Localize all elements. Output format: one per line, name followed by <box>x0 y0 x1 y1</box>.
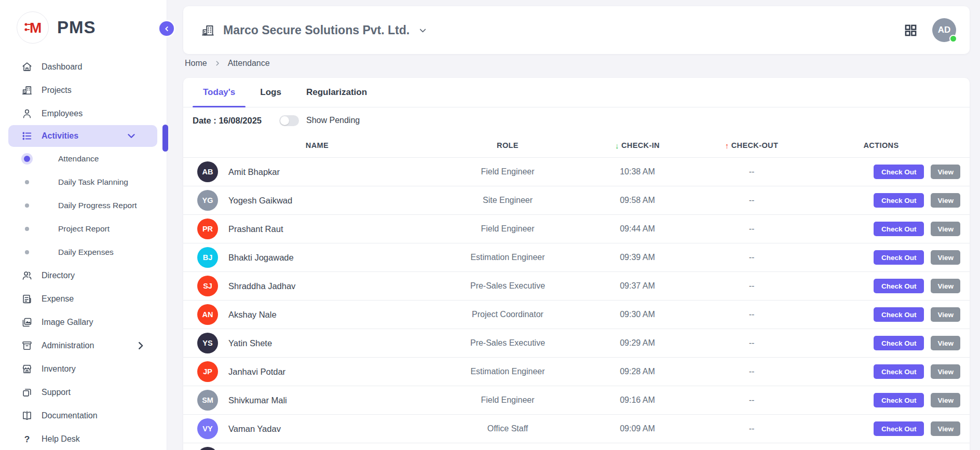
view-button[interactable]: View <box>931 279 960 293</box>
bullet-icon <box>25 227 29 231</box>
employee-role: Office Staff <box>443 424 573 433</box>
sidebar-item-project-report[interactable]: Project Report <box>0 217 167 240</box>
sidebar-item-help-desk[interactable]: ? Help Desk <box>0 427 167 450</box>
employee-role: Pre-Sales Executive <box>443 281 573 291</box>
sidebar-item-projects[interactable]: Projects <box>0 78 167 102</box>
check-in-time: 09:09 AM <box>573 424 702 433</box>
chevron-down-icon <box>125 130 138 142</box>
employee-role: Estimation Engineer <box>443 367 573 376</box>
sidebar-item-daily-progress-report[interactable]: Daily Progress Report <box>0 194 167 217</box>
sidebar-item-daily-task-planning[interactable]: Daily Task Planning <box>0 170 167 194</box>
sidebar-item-inventory[interactable]: Inventory <box>0 357 167 380</box>
view-button[interactable]: View <box>931 165 960 179</box>
sidebar-nav: Dashboard Projects Employees Activities … <box>0 55 167 450</box>
employee-role: Project Coordinator <box>443 310 573 319</box>
sidebar-item-documentation[interactable]: Documentation <box>0 404 167 427</box>
check-out-button[interactable]: Check Out <box>874 393 924 407</box>
table-row: AB Amit Bhapkar Field Engineer 10:38 AM … <box>183 157 970 186</box>
avatar: SJ <box>197 276 218 296</box>
view-button[interactable]: View <box>931 364 960 379</box>
bullet-icon <box>25 180 29 184</box>
avatar <box>197 447 218 450</box>
sort-arrow-icon: ↓ <box>615 141 619 150</box>
view-button[interactable]: View <box>931 393 960 407</box>
building-icon <box>201 23 215 37</box>
avatar: AN <box>197 304 218 325</box>
check-out-button[interactable]: Check Out <box>874 250 924 265</box>
view-button[interactable]: View <box>931 193 960 208</box>
show-pending-toggle[interactable] <box>279 115 299 126</box>
check-out-button[interactable]: Check Out <box>874 279 924 293</box>
sidebar-item-administration[interactable]: Administration <box>0 334 167 357</box>
column-header-name: NAME <box>192 141 443 149</box>
app-title: PMS <box>57 18 96 37</box>
table-row: PR Prashant Raut Field Engineer 09:44 AM… <box>183 214 970 243</box>
table-header: NAME ROLE ↓ CHECK-IN ↑ CHECK-OUT ACTIONS <box>183 133 970 157</box>
sidebar-collapse-button[interactable] <box>158 20 175 37</box>
sort-arrow-icon: ↑ <box>725 141 729 150</box>
column-header-check-in[interactable]: ↓ CHECK-IN <box>573 141 702 150</box>
sidebar-item-expense[interactable]: Expense <box>0 287 167 310</box>
avatar: SM <box>197 390 218 411</box>
toggle-knob <box>280 116 289 125</box>
table-row: YS Yatin Shete Pre-Sales Executive 09:29… <box>183 329 970 357</box>
apps-grid-icon[interactable] <box>904 23 918 37</box>
check-out-time: -- <box>702 224 801 234</box>
bullet-icon <box>25 250 29 254</box>
store-icon <box>21 363 33 375</box>
view-button[interactable]: View <box>931 222 960 236</box>
view-button[interactable]: View <box>931 307 960 322</box>
check-in-time: 09:44 AM <box>573 224 702 234</box>
sidebar-item-directory[interactable]: Directory <box>0 264 167 287</box>
filter-row: Date : 16/08/2025 Show Pending <box>183 107 970 133</box>
column-header-check-out[interactable]: ↑ CHECK-OUT <box>702 141 801 150</box>
employee-name: Yatin Shete <box>228 338 272 348</box>
company-selector[interactable]: Marco Secure Solutions Pvt. Ltd. <box>201 23 428 37</box>
sidebar-item-activities[interactable]: Activities <box>8 125 157 147</box>
copy-icon <box>21 386 33 399</box>
buildings-icon <box>21 84 33 97</box>
sidebar-item-support[interactable]: Support <box>0 380 167 404</box>
check-out-button[interactable]: Check Out <box>874 193 924 208</box>
sidebar-item-employees[interactable]: Employees <box>0 102 167 125</box>
check-out-button[interactable]: Check Out <box>874 421 924 436</box>
user-avatar[interactable]: AD <box>932 18 956 42</box>
check-out-time: -- <box>702 396 801 405</box>
table-row: YG Yogesh Gaikwad Site Engineer 09:58 AM… <box>183 186 970 214</box>
sidebar-item-attendance[interactable]: Attendance <box>0 147 167 170</box>
check-out-button[interactable]: Check Out <box>874 307 924 322</box>
tab-regularization[interactable]: Regularization <box>294 78 379 107</box>
employee-name: Bhakti Jogawade <box>228 253 294 263</box>
breadcrumb: Home Attendance <box>185 59 270 68</box>
view-button[interactable]: View <box>931 250 960 265</box>
check-out-button[interactable]: Check Out <box>874 364 924 379</box>
sidebar-item-daily-expenses[interactable]: Daily Expenses <box>0 240 167 264</box>
employee-role: Site Engineer <box>443 196 573 205</box>
list-icon <box>21 130 33 142</box>
app-logo[interactable]: M PMS <box>0 0 167 53</box>
breadcrumb-home[interactable]: Home <box>185 59 207 68</box>
sidebar-item-dashboard[interactable]: Dashboard <box>0 55 167 78</box>
date-label: Date : 16/08/2025 <box>193 116 262 126</box>
check-out-time: -- <box>702 310 801 319</box>
check-out-button[interactable]: Check Out <box>874 222 924 236</box>
view-button[interactable]: View <box>931 421 960 436</box>
tab-today-s[interactable]: Today's <box>190 78 248 107</box>
archive-icon <box>21 339 33 352</box>
check-out-button[interactable]: Check Out <box>874 165 924 179</box>
view-button[interactable]: View <box>931 336 960 350</box>
bullet-icon <box>24 156 30 162</box>
check-in-time: 09:29 AM <box>573 338 702 348</box>
receipt-icon <box>21 293 33 305</box>
chevron-left-icon <box>164 25 170 32</box>
employee-role: Estimation Engineer <box>443 253 573 262</box>
sidebar-item-image-gallary[interactable]: Image Gallary <box>0 310 167 334</box>
check-out-button[interactable]: Check Out <box>874 336 924 350</box>
online-status-dot <box>949 35 957 43</box>
svg-text:?: ? <box>24 433 30 444</box>
book-icon <box>21 410 33 422</box>
check-out-time: -- <box>702 196 801 205</box>
chevron-right-icon <box>134 339 147 352</box>
tab-logs[interactable]: Logs <box>248 78 294 107</box>
breadcrumb-current: Attendance <box>228 59 270 68</box>
